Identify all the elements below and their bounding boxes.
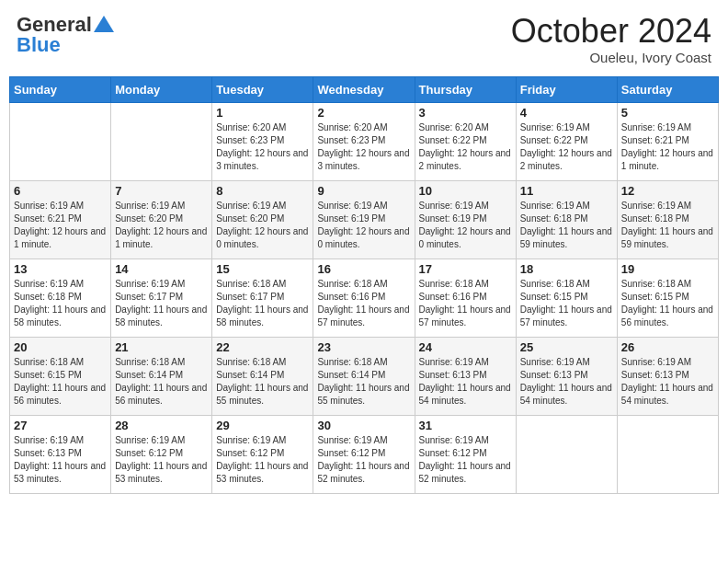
header-monday: Monday xyxy=(111,76,212,102)
calendar-cell: 25Sunrise: 6:19 AM Sunset: 6:13 PM Dayli… xyxy=(516,337,617,415)
calendar-cell: 29Sunrise: 6:19 AM Sunset: 6:12 PM Dayli… xyxy=(212,415,313,493)
calendar-cell: 1Sunrise: 6:20 AM Sunset: 6:23 PM Daylig… xyxy=(212,102,313,180)
day-number: 22 xyxy=(216,340,309,354)
day-number: 27 xyxy=(14,419,107,432)
day-info: Sunrise: 6:19 AM Sunset: 6:13 PM Dayligh… xyxy=(14,434,107,486)
day-number: 30 xyxy=(317,419,410,432)
day-number: 29 xyxy=(216,419,309,432)
day-number: 21 xyxy=(115,340,208,354)
day-info: Sunrise: 6:19 AM Sunset: 6:22 PM Dayligh… xyxy=(520,121,613,173)
day-info: Sunrise: 6:18 AM Sunset: 6:17 PM Dayligh… xyxy=(216,278,309,329)
week-row-3: 13Sunrise: 6:19 AM Sunset: 6:18 PM Dayli… xyxy=(10,259,719,337)
calendar-cell xyxy=(111,102,212,180)
day-number: 25 xyxy=(520,340,613,354)
day-info: Sunrise: 6:19 AM Sunset: 6:20 PM Dayligh… xyxy=(216,200,309,251)
calendar-cell: 3Sunrise: 6:20 AM Sunset: 6:22 PM Daylig… xyxy=(415,102,516,180)
logo-blue: Blue xyxy=(17,33,61,57)
day-number: 7 xyxy=(115,184,208,198)
day-info: Sunrise: 6:18 AM Sunset: 6:15 PM Dayligh… xyxy=(14,356,107,408)
header: General Blue October 2024 Oueleu, Ivory … xyxy=(9,9,719,69)
calendar-cell: 28Sunrise: 6:19 AM Sunset: 6:12 PM Dayli… xyxy=(111,415,212,493)
day-info: Sunrise: 6:19 AM Sunset: 6:21 PM Dayligh… xyxy=(621,121,714,173)
calendar-cell: 7Sunrise: 6:19 AM Sunset: 6:20 PM Daylig… xyxy=(111,180,212,259)
logo: General Blue xyxy=(17,13,114,57)
calendar-cell: 19Sunrise: 6:18 AM Sunset: 6:15 PM Dayli… xyxy=(617,259,718,337)
week-row-5: 27Sunrise: 6:19 AM Sunset: 6:13 PM Dayli… xyxy=(10,415,719,493)
day-number: 16 xyxy=(317,262,410,276)
calendar-cell: 26Sunrise: 6:19 AM Sunset: 6:13 PM Dayli… xyxy=(617,337,718,415)
day-info: Sunrise: 6:18 AM Sunset: 6:15 PM Dayligh… xyxy=(621,278,714,329)
header-sunday: Sunday xyxy=(10,76,111,102)
day-info: Sunrise: 6:19 AM Sunset: 6:19 PM Dayligh… xyxy=(317,200,410,251)
day-number: 12 xyxy=(621,184,714,198)
week-row-2: 6Sunrise: 6:19 AM Sunset: 6:21 PM Daylig… xyxy=(10,180,719,259)
calendar: SundayMondayTuesdayWednesdayThursdayFrid… xyxy=(9,76,719,494)
location: Oueleu, Ivory Coast xyxy=(511,50,711,65)
calendar-cell: 11Sunrise: 6:19 AM Sunset: 6:18 PM Dayli… xyxy=(516,180,617,259)
day-info: Sunrise: 6:20 AM Sunset: 6:23 PM Dayligh… xyxy=(317,121,410,173)
day-number: 20 xyxy=(14,340,107,354)
day-number: 4 xyxy=(520,106,613,120)
day-info: Sunrise: 6:18 AM Sunset: 6:16 PM Dayligh… xyxy=(419,278,512,329)
day-number: 6 xyxy=(14,184,107,198)
header-friday: Friday xyxy=(516,76,617,102)
day-info: Sunrise: 6:19 AM Sunset: 6:12 PM Dayligh… xyxy=(317,434,410,486)
calendar-cell: 31Sunrise: 6:19 AM Sunset: 6:12 PM Dayli… xyxy=(415,415,516,493)
day-info: Sunrise: 6:19 AM Sunset: 6:13 PM Dayligh… xyxy=(419,356,512,408)
day-number: 26 xyxy=(621,340,714,354)
day-number: 14 xyxy=(115,262,208,276)
day-info: Sunrise: 6:18 AM Sunset: 6:14 PM Dayligh… xyxy=(216,356,309,408)
day-info: Sunrise: 6:19 AM Sunset: 6:13 PM Dayligh… xyxy=(621,356,714,408)
day-number: 19 xyxy=(621,262,714,276)
day-number: 31 xyxy=(419,419,512,432)
calendar-cell: 2Sunrise: 6:20 AM Sunset: 6:23 PM Daylig… xyxy=(313,102,415,180)
day-number: 28 xyxy=(115,419,208,432)
calendar-cell: 6Sunrise: 6:19 AM Sunset: 6:21 PM Daylig… xyxy=(10,180,111,259)
calendar-cell: 13Sunrise: 6:19 AM Sunset: 6:18 PM Dayli… xyxy=(10,259,111,337)
calendar-cell: 8Sunrise: 6:19 AM Sunset: 6:20 PM Daylig… xyxy=(212,180,313,259)
logo-icon xyxy=(94,16,114,32)
day-info: Sunrise: 6:20 AM Sunset: 6:23 PM Dayligh… xyxy=(216,121,309,173)
header-thursday: Thursday xyxy=(415,76,516,102)
calendar-cell: 24Sunrise: 6:19 AM Sunset: 6:13 PM Dayli… xyxy=(415,337,516,415)
calendar-cell: 23Sunrise: 6:18 AM Sunset: 6:14 PM Dayli… xyxy=(313,337,415,415)
calendar-cell: 14Sunrise: 6:19 AM Sunset: 6:17 PM Dayli… xyxy=(111,259,212,337)
month-year: October 2024 xyxy=(511,13,711,50)
day-info: Sunrise: 6:19 AM Sunset: 6:12 PM Dayligh… xyxy=(216,434,309,486)
day-info: Sunrise: 6:18 AM Sunset: 6:14 PM Dayligh… xyxy=(317,356,410,408)
day-number: 15 xyxy=(216,262,309,276)
title-block: October 2024 Oueleu, Ivory Coast xyxy=(511,13,711,65)
calendar-cell: 22Sunrise: 6:18 AM Sunset: 6:14 PM Dayli… xyxy=(212,337,313,415)
calendar-cell: 9Sunrise: 6:19 AM Sunset: 6:19 PM Daylig… xyxy=(313,180,415,259)
day-number: 1 xyxy=(216,106,309,120)
day-number: 9 xyxy=(317,184,410,198)
day-info: Sunrise: 6:19 AM Sunset: 6:20 PM Dayligh… xyxy=(115,200,208,251)
calendar-cell: 16Sunrise: 6:18 AM Sunset: 6:16 PM Dayli… xyxy=(313,259,415,337)
day-number: 13 xyxy=(14,262,107,276)
day-number: 17 xyxy=(419,262,512,276)
calendar-cell: 30Sunrise: 6:19 AM Sunset: 6:12 PM Dayli… xyxy=(313,415,415,493)
day-number: 5 xyxy=(621,106,714,120)
day-number: 11 xyxy=(520,184,613,198)
day-info: Sunrise: 6:19 AM Sunset: 6:21 PM Dayligh… xyxy=(14,200,107,251)
calendar-cell: 12Sunrise: 6:19 AM Sunset: 6:18 PM Dayli… xyxy=(617,180,718,259)
calendar-cell xyxy=(516,415,617,493)
header-tuesday: Tuesday xyxy=(212,76,313,102)
svg-marker-0 xyxy=(94,16,114,32)
day-info: Sunrise: 6:19 AM Sunset: 6:13 PM Dayligh… xyxy=(520,356,613,408)
day-info: Sunrise: 6:19 AM Sunset: 6:12 PM Dayligh… xyxy=(419,434,512,486)
day-info: Sunrise: 6:19 AM Sunset: 6:19 PM Dayligh… xyxy=(419,200,512,251)
day-info: Sunrise: 6:18 AM Sunset: 6:15 PM Dayligh… xyxy=(520,278,613,329)
day-info: Sunrise: 6:19 AM Sunset: 6:18 PM Dayligh… xyxy=(14,278,107,329)
day-info: Sunrise: 6:19 AM Sunset: 6:18 PM Dayligh… xyxy=(621,200,714,251)
calendar-cell: 4Sunrise: 6:19 AM Sunset: 6:22 PM Daylig… xyxy=(516,102,617,180)
calendar-cell: 21Sunrise: 6:18 AM Sunset: 6:14 PM Dayli… xyxy=(111,337,212,415)
calendar-cell: 17Sunrise: 6:18 AM Sunset: 6:16 PM Dayli… xyxy=(415,259,516,337)
day-number: 8 xyxy=(216,184,309,198)
week-row-1: 1Sunrise: 6:20 AM Sunset: 6:23 PM Daylig… xyxy=(10,102,719,180)
week-row-4: 20Sunrise: 6:18 AM Sunset: 6:15 PM Dayli… xyxy=(10,337,719,415)
day-number: 3 xyxy=(419,106,512,120)
day-number: 18 xyxy=(520,262,613,276)
day-info: Sunrise: 6:20 AM Sunset: 6:22 PM Dayligh… xyxy=(419,121,512,173)
day-number: 24 xyxy=(419,340,512,354)
